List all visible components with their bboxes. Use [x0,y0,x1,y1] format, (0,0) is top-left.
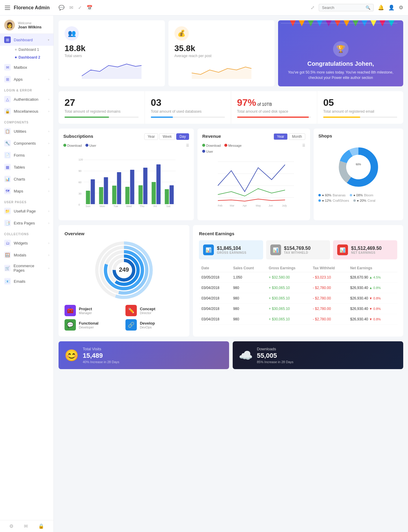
tab-day[interactable]: Day [176,133,189,140]
chart-menu2-icon[interactable]: ☰ [302,143,305,147]
stats-row2: 27 Total amount of registered domains 03… [59,91,403,124]
sidebar-item-dashboard2[interactable]: Dashboard 2 [11,53,53,61]
search-input[interactable] [322,5,364,10]
svg-rect-33 [139,185,143,204]
section-login-error: LOGIN & ERROR [0,85,53,93]
recent-earnings-card: Recent Earnings 📊 $1,845,104 GROSS EARNI… [193,225,403,337]
downloads-title: Downloads [257,347,293,351]
sidebar-item-usefull[interactable]: 📁 Usefull Page › [0,205,53,217]
svg-text:Mar: Mar [230,204,235,207]
sidebar-item-charts[interactable]: 📊 Charts › [0,173,53,185]
project-item-project: 🧰 Project Manager [65,305,122,316]
cell-tax: - $2,780.00 [310,293,348,304]
coral-name: Coral [367,199,375,202]
sidebar: 👩 Welcome Joan Wilkins ⊞ Dashboard ▾ Das… [0,16,54,532]
gross-label: GROSS EARNINGS [217,251,246,254]
svg-rect-36 [157,164,161,204]
hamburger-menu[interactable] [5,6,10,10]
sidebar-item-emails[interactable]: 📧 Emails [0,275,53,287]
chart-menu-icon[interactable]: ☰ [186,143,189,147]
sidebar-item-dashboard[interactable]: ⊞ Dashboard ▾ [0,34,53,46]
expand-icon[interactable]: ⤢ [311,5,315,10]
project-item-concept: ✏️ Concept Director [125,305,183,316]
chevron-right-icon3: › [48,110,49,113]
sidebar-item-mailbox[interactable]: ✉ Mailbox [0,61,53,73]
congrats-title: Congratulations Johen, [284,60,397,67]
cell-tax: - $2,780.00 [310,283,348,293]
sidebar-item-maps[interactable]: 🗺 Maps › [0,185,53,197]
sidebar-item-widgets[interactable]: 🗂 Widgets › [0,237,53,249]
footer-lock-icon[interactable]: 🔒 [38,523,44,529]
svg-marker-1 [191,67,251,79]
sidebar-item-utilities[interactable]: 📋 Utilities › [0,125,53,137]
craftshoes-label: ● 12% [322,199,332,202]
tax-withheld-box: 📊 $154,769.50 TAX WITHHELD [266,240,330,259]
section-user-pages: USER PAGES [0,197,53,205]
cell-sales: 980 [231,314,266,325]
tax-amount: $154,769.50 [284,246,311,251]
revenue-line-svg: Feb Mar Apr May Jun July [202,156,305,210]
chevron-right-icon13: › [48,253,49,257]
footer-settings-icon[interactable]: ⚙ [9,523,13,529]
sidebar-label-misc: Miscellaneous [14,109,38,114]
sidebar-item-tables[interactable]: ▦ Tables › [0,161,53,173]
utilities-icon: 📋 [4,128,11,134]
cell-date: 03/04/2018 [199,293,231,304]
cell-gross: + $30,065.10 [266,314,310,325]
settings-icon[interactable]: ⚙ [399,4,403,11]
sidebar-item-miscellaneous[interactable]: 🔒 Miscellaneous › [0,105,53,117]
tasks-icon[interactable]: ✓ [78,5,82,10]
sidebar-label-usefull: Usefull Page [14,209,36,213]
th-tax: Tax Withheld [310,264,348,272]
svg-rect-30 [117,172,121,204]
auth-icon: △ [4,96,11,103]
net-earnings-box: 📊 $1,512,469.50 NET EARNINGS [333,240,397,259]
stat-cards-row: 👥 18.8k Total users 💰 35.8k Average reac… [59,20,403,86]
cell-net: $26,930.40 ▼ 0.8% [348,304,397,314]
subscriptions-bar-svg: 0 30 60 90 120 [63,147,189,207]
revenue-tabs: Year Month [274,133,305,140]
chevron-right-icon10: › [48,210,49,213]
bell-icon[interactable]: 🔔 [378,4,384,11]
tab-revenue-month[interactable]: Month [289,133,305,140]
project-icon: 🧰 [65,305,76,316]
sidebar-item-authentication[interactable]: △ Authentication › [0,93,53,105]
search-icon[interactable]: 🔍 [366,5,370,10]
chevron-right-icon9: › [48,189,49,193]
sidebar-label-forms: Forms [14,153,25,158]
tab-revenue-year[interactable]: Year [274,133,287,140]
svg-rect-27 [99,187,103,204]
user-icon[interactable]: 👤 [388,4,395,11]
shops-donut-svg: 60% 60% [335,143,382,191]
sidebar-item-ecommerce[interactable]: 🛒 Ecommerce Pages › [0,261,53,275]
downloads-banner: ☁️ Downloads 55,005 85% Increase in 28 D… [233,341,403,369]
svg-rect-31 [125,187,130,204]
shops-legend: ● 60% Bananas ● 08% Bloom ● 12% CraftSho… [318,193,398,202]
mail-icon[interactable]: ✉ [69,5,73,10]
legend-coral: ● 20% Coral [353,199,375,202]
bar-fill-db [151,117,173,118]
cell-tax: - $2,780.00 [310,314,348,325]
svg-marker-0 [82,64,142,79]
gross-icon: 📊 [203,244,214,255]
app-title: Florence Admin [14,5,50,10]
chevron-right-icon5: › [48,142,49,145]
sidebar-label-modals: Modals [14,253,26,257]
develop-role: DevOps [140,325,155,329]
sidebar-item-modals[interactable]: 🪟 Modals › [0,249,53,261]
tab-year[interactable]: Year [144,133,158,140]
bananas-label: ● 60% [322,193,332,197]
calendar-icon[interactable]: 📅 [87,5,93,10]
overview-title: Overview [65,231,183,236]
sidebar-item-extra[interactable]: 📑 Extra Pages › [0,217,53,229]
chat-icon[interactable]: 💬 [59,5,65,10]
sidebar-item-apps[interactable]: ⊞ Apps › [0,73,53,85]
footer-mail-icon[interactable]: ✉ [24,523,28,529]
sidebar-item-components[interactable]: 🔧 Components › [0,137,53,149]
recent-earnings-title: Recent Earnings [199,231,397,236]
emails-icon: 📧 [4,278,11,285]
rev-msg-dot [224,144,227,147]
sidebar-item-forms[interactable]: 📄 Forms › [0,149,53,161]
sidebar-item-dashboard1[interactable]: Dashboard 1 [11,46,53,53]
tab-week[interactable]: Week [159,133,175,140]
